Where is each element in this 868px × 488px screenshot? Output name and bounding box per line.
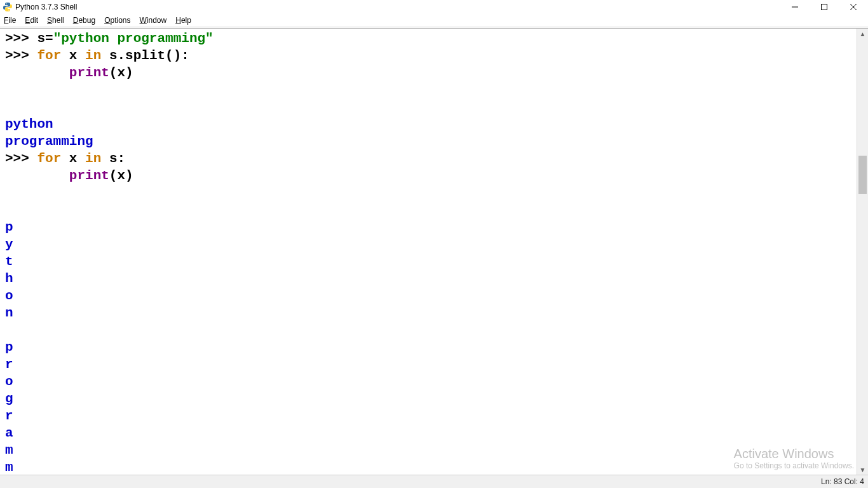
maximize-button[interactable]: [810, 0, 839, 14]
window-title: Python 3.7.3 Shell: [15, 3, 77, 11]
scroll-thumb[interactable]: [858, 156, 867, 194]
menu-options[interactable]: Options: [104, 16, 130, 25]
scroll-down-icon[interactable]: ▼: [857, 464, 868, 475]
close-button[interactable]: [839, 0, 868, 14]
svg-point-0: [6, 3, 6, 4]
menu-window[interactable]: Window: [140, 16, 167, 25]
svg-point-1: [8, 10, 9, 10]
editor-frame: >>> s="python programming" >>> for x in …: [0, 28, 868, 475]
python-icon: [3, 2, 13, 12]
title-bar: Python 3.7.3 Shell: [0, 0, 868, 14]
menu-edit[interactable]: Edit: [25, 16, 38, 25]
shell-editor[interactable]: >>> s="python programming" >>> for x in …: [1, 29, 857, 475]
minimize-button[interactable]: [780, 0, 810, 14]
status-bar: Ln: 83 Col: 4: [0, 475, 868, 488]
svg-rect-3: [822, 4, 827, 10]
menu-bar: File Edit Shell Debug Options Window Hel…: [0, 14, 868, 27]
menu-debug[interactable]: Debug: [73, 16, 95, 25]
menu-help[interactable]: Help: [175, 16, 191, 25]
window-controls: [780, 0, 868, 14]
vertical-scrollbar[interactable]: ▲ ▼: [857, 29, 868, 475]
menu-file[interactable]: File: [4, 16, 16, 25]
scroll-up-icon[interactable]: ▲: [857, 29, 868, 39]
menu-shell[interactable]: Shell: [47, 16, 64, 25]
cursor-position: Ln: 83 Col: 4: [821, 477, 864, 486]
